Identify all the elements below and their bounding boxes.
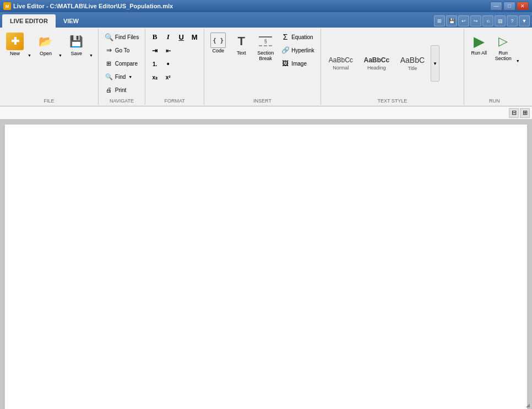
subscript-button[interactable]: x₂ xyxy=(149,71,161,83)
find-icon: 🔍 xyxy=(105,72,113,81)
run-all-split: ▶ Run All xyxy=(468,31,491,58)
ribbon-collapse-icon[interactable]: ▼ xyxy=(519,15,530,26)
equation-button[interactable]: Σ Equation xyxy=(278,31,317,43)
compare-icon: ⊞ xyxy=(105,59,113,68)
compare-button[interactable]: ⊞ Compare xyxy=(102,57,142,69)
section-break-icon: § xyxy=(257,33,274,50)
editor-main[interactable] xyxy=(4,124,528,409)
maximize-button[interactable]: □ xyxy=(503,2,515,10)
save-label: Save xyxy=(71,51,83,56)
editor-wrapper xyxy=(0,120,532,409)
run-section-button[interactable]: ▷ RunSection xyxy=(492,31,514,63)
title-bar: M Live Editor - C:\MATLAB\Live Editor\US… xyxy=(0,0,532,12)
ribbon-group-text-style: AaBbCc Normal AaBbCc Heading AaBbC Title… xyxy=(321,29,464,105)
text-style-group-label: TEXT STYLE xyxy=(323,97,462,104)
close-button[interactable]: ✕ xyxy=(517,2,529,10)
text-style-dropdown[interactable]: ▼ xyxy=(431,45,439,82)
save-toolbar-icon[interactable]: 💾 xyxy=(446,15,457,26)
section-break-button[interactable]: § SectionBreak xyxy=(254,31,277,63)
section-break-label: SectionBreak xyxy=(257,51,274,62)
run-all-button[interactable]: ▶ Run All xyxy=(468,31,491,58)
go-to-button[interactable]: ⇒ Go To xyxy=(102,44,142,56)
redo-icon[interactable]: ↪ xyxy=(470,15,481,26)
text-style-content: AaBbCc Normal AaBbCc Heading AaBbC Title… xyxy=(323,30,462,97)
navigate-col: 🔍 Find Files ⇒ Go To ⊞ Compare 🔍 Find ▼ xyxy=(102,31,142,96)
run-section-dropdown-arrow: ▼ xyxy=(516,59,520,63)
new-split: ✚ New ▼ xyxy=(3,31,33,58)
save-dropdown-arrow: ▼ xyxy=(89,53,93,57)
run-all-label: Run All xyxy=(471,51,487,56)
text-button[interactable]: T Text xyxy=(230,31,253,58)
image-label: Image xyxy=(291,61,307,67)
new-icon: ✚ xyxy=(6,33,24,50)
format-m-button[interactable]: M xyxy=(188,31,200,43)
save-icon: 💾 xyxy=(68,33,85,50)
editor-area: ⊟ ⊞ xyxy=(0,106,532,409)
compare-label: Compare xyxy=(115,61,138,67)
find-files-label: Find Files xyxy=(115,34,139,40)
ribbon-group-navigate: 🔍 Find Files ⇒ Go To ⊞ Compare 🔍 Find ▼ xyxy=(99,29,145,105)
style-normal-label: Normal xyxy=(333,65,349,71)
icon6[interactable]: ▤ xyxy=(495,15,506,26)
style-heading-preview: AaBbCc xyxy=(364,56,390,64)
code-button[interactable]: { } Code xyxy=(208,31,229,56)
new-dropdown-arrow: ▼ xyxy=(28,53,31,57)
image-button[interactable]: 🖼 Image xyxy=(278,57,317,69)
open-icon: 📂 xyxy=(37,33,55,50)
format-row4: x₂ x² xyxy=(149,71,200,83)
find-button[interactable]: 🔍 Find ▼ xyxy=(102,71,142,83)
indent-decrease-button[interactable]: ⇤ xyxy=(162,45,174,57)
run-group-content: ▶ Run All ▷ RunSection ▼ xyxy=(466,30,523,97)
split-view-button[interactable]: ⊟ xyxy=(509,108,519,118)
style-normal-preview: AaBbCc xyxy=(329,56,353,64)
navigate-group-content: 🔍 Find Files ⇒ Go To ⊞ Compare 🔍 Find ▼ xyxy=(101,30,143,97)
superscript-button[interactable]: x² xyxy=(162,71,174,83)
undo-icon[interactable]: ↩ xyxy=(458,15,469,26)
format-group-content: B I U M ⇥ ⇤ 1. • x₂ x² xyxy=(148,30,202,97)
insert-group-content: { } Code T Text § SectionBreak Σ xyxy=(207,30,318,97)
run-section-dropdown[interactable]: ▼ xyxy=(514,31,522,63)
title-controls[interactable]: — □ ✕ xyxy=(490,2,529,10)
italic-button[interactable]: I xyxy=(162,31,174,43)
minimize-button[interactable]: — xyxy=(490,2,502,10)
open-button[interactable]: 📂 Open xyxy=(34,31,57,58)
help-icon[interactable]: ? xyxy=(507,15,518,26)
ribbon-group-file: ✚ New ▼ 📂 Open ▼ xyxy=(0,29,99,105)
format-group-label: FORMAT xyxy=(148,97,202,104)
navigate-group-label: NAVIGATE xyxy=(101,97,143,104)
style-title-button[interactable]: AaBbC Title xyxy=(395,45,430,82)
go-to-label: Go To xyxy=(115,47,130,53)
print-button[interactable]: 🖨 Print xyxy=(102,84,142,96)
ordered-list-button[interactable]: 1. xyxy=(149,58,161,70)
open-dropdown[interactable]: ▼ xyxy=(57,31,64,58)
bold-button[interactable]: B xyxy=(149,31,161,43)
save-button[interactable]: 💾 Save xyxy=(65,31,88,58)
tab-live-editor[interactable]: LIVE EDITOR xyxy=(2,14,56,28)
find-files-button[interactable]: 🔍 Find Files xyxy=(102,31,142,43)
style-normal-button[interactable]: AaBbCc Normal xyxy=(323,45,359,82)
new-button[interactable]: ✚ New xyxy=(3,31,26,58)
style-heading-button[interactable]: AaBbCc Heading xyxy=(359,45,394,82)
toggle-view-button[interactable]: ⊞ xyxy=(520,108,530,118)
underline-button[interactable]: U xyxy=(175,31,187,43)
print-icon: 🖨 xyxy=(105,85,113,94)
image-icon: 🖼 xyxy=(281,59,290,68)
hyperlink-button[interactable]: 🔗 Hyperlink xyxy=(278,44,317,56)
save-dropdown[interactable]: ▼ xyxy=(88,31,95,58)
style-heading-label: Heading xyxy=(367,65,386,71)
run-section-split-inner: ▷ RunSection ▼ xyxy=(492,31,522,63)
ribbon-group-insert: { } Code T Text § SectionBreak Σ xyxy=(204,29,321,105)
indent-increase-button[interactable]: ⇥ xyxy=(149,45,161,57)
resize-handle: ◢ xyxy=(526,402,530,408)
new-dropdown[interactable]: ▼ xyxy=(26,31,33,58)
addon-icon[interactable]: ⊞ xyxy=(434,15,445,26)
open-label: Open xyxy=(40,51,52,56)
hyperlink-label: Hyperlink xyxy=(291,47,314,53)
tab-view[interactable]: VIEW xyxy=(56,14,86,28)
icon5[interactable]: ⎌ xyxy=(482,15,493,26)
go-to-icon: ⇒ xyxy=(105,46,113,55)
format-row2: ⇥ ⇤ xyxy=(149,45,200,57)
window-title: Live Editor - C:\MATLAB\Live Editor\US_P… xyxy=(13,3,173,9)
unordered-list-button[interactable]: • xyxy=(162,58,174,70)
editor-toolbar: ⊟ ⊞ xyxy=(0,106,532,120)
